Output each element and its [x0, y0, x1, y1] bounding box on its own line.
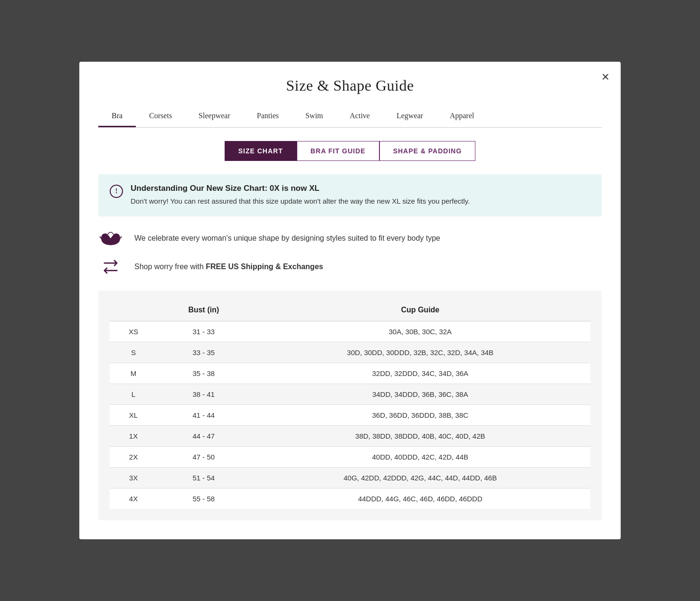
- tab-active[interactable]: Active: [336, 106, 383, 127]
- table-row: L 38 - 41 34DD, 34DDD, 36B, 36C, 38A: [110, 384, 590, 404]
- main-tabs: Bra Corsets Sleepwear Panties Swim Activ…: [98, 106, 602, 128]
- table-row: M 35 - 38 32DD, 32DDD, 34C, 34D, 36A: [110, 363, 590, 384]
- features: We celebrate every woman's unique shape …: [98, 230, 602, 277]
- feature-row-bra: We celebrate every woman's unique shape …: [98, 230, 602, 247]
- cell-size: XS: [110, 321, 157, 342]
- cell-size: 3X: [110, 467, 157, 488]
- table-row: 1X 44 - 47 38D, 38DD, 38DDD, 40B, 40C, 4…: [110, 425, 590, 446]
- cell-size: L: [110, 384, 157, 404]
- cell-bust: 55 - 58: [157, 488, 250, 509]
- info-content: Understanding Our New Size Chart: 0X is …: [131, 184, 470, 207]
- cell-bust: 51 - 54: [157, 467, 250, 488]
- cell-size: 2X: [110, 446, 157, 467]
- exchange-icon: [98, 256, 123, 277]
- size-shape-guide-modal: × Size & Shape Guide Bra Corsets Sleepwe…: [79, 62, 621, 539]
- col-header-size: [110, 302, 157, 321]
- cell-bust: 38 - 41: [157, 384, 250, 404]
- cell-bust: 33 - 35: [157, 342, 250, 363]
- tab-apparel[interactable]: Apparel: [436, 106, 488, 127]
- table-row: S 33 - 35 30D, 30DD, 30DDD, 32B, 32C, 32…: [110, 342, 590, 363]
- free-shipping-text: FREE US Shipping & Exchanges: [206, 263, 323, 271]
- col-header-cup: Cup Guide: [250, 302, 590, 321]
- tab-corsets[interactable]: Corsets: [136, 106, 185, 127]
- table-header-row: Bust (in) Cup Guide: [110, 302, 590, 321]
- cell-cup: 36D, 36DD, 36DDD, 38B, 38C: [250, 404, 590, 425]
- cell-cup: 30D, 30DD, 30DDD, 32B, 32C, 32D, 34A, 34…: [250, 342, 590, 363]
- cell-cup: 40G, 42DD, 42DDD, 42G, 44C, 44D, 44DD, 4…: [250, 467, 590, 488]
- size-table-wrapper: Bust (in) Cup Guide XS 31 - 33 30A, 30B,…: [98, 291, 602, 520]
- tab-panties[interactable]: Panties: [244, 106, 292, 127]
- tab-legwear[interactable]: Legwear: [383, 106, 436, 127]
- sub-tab-size-chart[interactable]: SIZE CHART: [225, 141, 297, 161]
- cell-size: S: [110, 342, 157, 363]
- modal-overlay: × Size & Shape Guide Bra Corsets Sleepwe…: [0, 0, 700, 601]
- cell-size: 1X: [110, 425, 157, 446]
- cell-cup: 38D, 38DD, 38DDD, 40B, 40C, 40D, 42B: [250, 425, 590, 446]
- close-button[interactable]: ×: [602, 70, 609, 84]
- feature-row-exchange: Shop worry free with FREE US Shipping & …: [98, 256, 602, 277]
- info-title: Understanding Our New Size Chart: 0X is …: [131, 184, 470, 193]
- feature-bra-text: We celebrate every woman's unique shape …: [134, 233, 440, 244]
- cell-cup: 30A, 30B, 30C, 32A: [250, 321, 590, 342]
- cell-bust: 35 - 38: [157, 363, 250, 384]
- sub-tab-shape-padding[interactable]: SHAPE & PADDING: [379, 141, 476, 161]
- info-text: Don't worry! You can rest assured that t…: [131, 196, 470, 207]
- tab-bra[interactable]: Bra: [98, 106, 136, 127]
- size-table: Bust (in) Cup Guide XS 31 - 33 30A, 30B,…: [110, 302, 590, 509]
- cell-cup: 34DD, 34DDD, 36B, 36C, 38A: [250, 384, 590, 404]
- cell-bust: 31 - 33: [157, 321, 250, 342]
- cell-cup: 44DDD, 44G, 46C, 46D, 46DD, 46DDD: [250, 488, 590, 509]
- feature-exchange-text: Shop worry free with FREE US Shipping & …: [134, 261, 323, 272]
- bra-icon: [98, 230, 123, 247]
- info-box: ! Understanding Our New Size Chart: 0X i…: [98, 174, 602, 216]
- sub-tabs: SIZE CHART BRA FIT GUIDE SHAPE & PADDING: [98, 141, 602, 161]
- cell-cup: 40DD, 40DDD, 42C, 42D, 44B: [250, 446, 590, 467]
- table-row: XL 41 - 44 36D, 36DD, 36DDD, 38B, 38C: [110, 404, 590, 425]
- modal-title: Size & Shape Guide: [98, 77, 602, 94]
- sub-tab-bra-fit-guide[interactable]: BRA FIT GUIDE: [297, 141, 379, 161]
- tab-swim[interactable]: Swim: [292, 106, 336, 127]
- col-header-bust: Bust (in): [157, 302, 250, 321]
- modal-header: Size & Shape Guide: [98, 77, 602, 94]
- table-row: XS 31 - 33 30A, 30B, 30C, 32A: [110, 321, 590, 342]
- cell-size: XL: [110, 404, 157, 425]
- tab-sleepwear[interactable]: Sleepwear: [185, 106, 244, 127]
- cell-size: 4X: [110, 488, 157, 509]
- cell-bust: 44 - 47: [157, 425, 250, 446]
- table-row: 4X 55 - 58 44DDD, 44G, 46C, 46D, 46DD, 4…: [110, 488, 590, 509]
- cell-size: M: [110, 363, 157, 384]
- info-icon: !: [110, 185, 123, 198]
- table-row: 3X 51 - 54 40G, 42DD, 42DDD, 42G, 44C, 4…: [110, 467, 590, 488]
- table-row: 2X 47 - 50 40DD, 40DDD, 42C, 42D, 44B: [110, 446, 590, 467]
- cell-bust: 47 - 50: [157, 446, 250, 467]
- cell-cup: 32DD, 32DDD, 34C, 34D, 36A: [250, 363, 590, 384]
- cell-bust: 41 - 44: [157, 404, 250, 425]
